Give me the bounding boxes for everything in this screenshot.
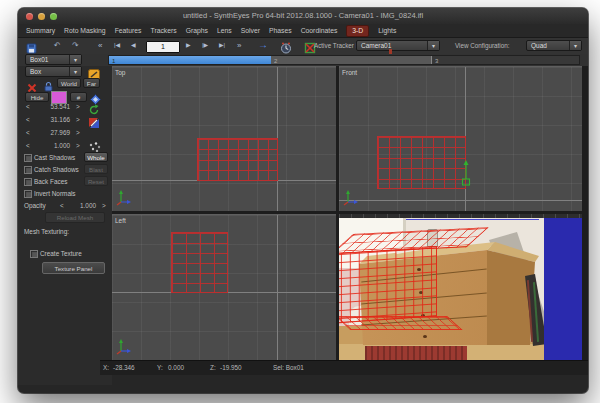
- chevron-down-icon: ▾: [69, 55, 81, 64]
- whole-button[interactable]: Whole: [84, 152, 108, 162]
- scale-tool-icon[interactable]: [88, 115, 100, 133]
- timeline-current-label: 3: [435, 57, 438, 65]
- drawer-knob: [423, 335, 427, 338]
- opacity-inc-arrow[interactable]: >: [102, 202, 106, 209]
- reload-mesh-button[interactable]: Reload Mesh: [45, 212, 105, 223]
- menu-item-3d[interactable]: 3-D: [346, 25, 369, 37]
- status-selection: Sel: Box01: [273, 364, 304, 371]
- go-arrow-icon[interactable]: →: [258, 39, 268, 50]
- chevron-down-icon: ▾: [569, 41, 581, 50]
- menu-item-summary[interactable]: Summary: [26, 27, 55, 34]
- view-configuration-label: View Configuration:: [455, 42, 510, 49]
- axis-tripod-icon: [342, 189, 358, 207]
- box01-wireframe-top[interactable]: [197, 138, 278, 181]
- origin-gizmo-icon[interactable]: [459, 159, 473, 187]
- timeline-playhead[interactable]: [431, 56, 432, 64]
- axis-tripod-icon: [115, 189, 131, 207]
- z-position-value[interactable]: 27.969: [40, 129, 70, 136]
- object-panel: Box ▾ World Far Hide # < 53.541 >: [18, 66, 112, 385]
- opacity-value[interactable]: 1.000: [70, 202, 96, 209]
- next-frame-button[interactable]: ▶: [186, 40, 191, 51]
- rewind-button[interactable]: «: [98, 40, 102, 51]
- main-toolbar: ↶ ↷ « |◀ ◀ ▶ |▶ ▶| » → Active Tracker Ho…: [18, 38, 588, 55]
- wireframe-overlay-front-face: [339, 246, 437, 323]
- menu-item-trackers[interactable]: Trackers: [150, 27, 176, 34]
- viewport-left[interactable]: Left: [112, 214, 336, 360]
- forward-button[interactable]: »: [237, 40, 241, 51]
- reset-button[interactable]: Reset: [84, 176, 108, 186]
- z-inc-arrow[interactable]: >: [76, 129, 80, 136]
- invert-normals-checkbox[interactable]: [24, 190, 32, 198]
- timeline-loaded-range: [271, 56, 431, 64]
- back-faces-checkbox[interactable]: [24, 178, 32, 186]
- view-configuration-select[interactable]: Quad ▾: [526, 40, 582, 51]
- timeline-end-label: 2: [274, 57, 277, 65]
- box01-wireframe-left[interactable]: [171, 232, 228, 293]
- y-dec-arrow[interactable]: <: [26, 116, 30, 123]
- redo-icon[interactable]: ↷: [72, 40, 79, 51]
- blast-button[interactable]: Blast: [84, 164, 108, 174]
- timeline-played-range: [109, 56, 271, 64]
- x-dec-arrow[interactable]: <: [26, 103, 30, 110]
- viewport-front[interactable]: Front: [339, 66, 582, 211]
- size-value[interactable]: 1.000: [40, 142, 70, 149]
- active-tracker-host-value: Camera01: [361, 42, 391, 49]
- object-type-select[interactable]: Box ▾: [25, 66, 82, 77]
- cast-shadows-label: Cast Shadows: [34, 154, 75, 161]
- far-button[interactable]: Far: [83, 78, 100, 88]
- create-texture-checkbox[interactable]: [30, 250, 38, 258]
- menu-item-solver[interactable]: Solver: [241, 27, 260, 34]
- menu-item-roto-masking[interactable]: Roto Masking: [64, 27, 106, 34]
- opacity-dec-arrow[interactable]: <: [60, 202, 64, 209]
- status-z-value: -19.950: [220, 364, 242, 371]
- status-bar: X: -28.346 Y: 0.000 Z: -19.950 Sel: Box0…: [100, 360, 588, 375]
- selected-object-value: Box01: [30, 56, 48, 63]
- next-keyframe-button[interactable]: |▶: [202, 40, 208, 51]
- back-faces-label: Back Faces: [34, 178, 67, 185]
- viewport-zone: Top Front Left: [112, 66, 588, 360]
- menu-item-features[interactable]: Features: [115, 27, 142, 34]
- wireframe-overlay-bottom-face: [339, 316, 463, 330]
- active-tracker-host-select[interactable]: Camera01 ▾: [356, 40, 440, 51]
- prev-frame-button[interactable]: ◀: [131, 40, 136, 51]
- catch-shadows-checkbox[interactable]: [24, 166, 32, 174]
- size-dec-arrow[interactable]: <: [26, 142, 30, 149]
- y-position-value[interactable]: 31.166: [40, 116, 70, 123]
- hash-button[interactable]: #: [70, 92, 87, 102]
- photo-rug: [365, 346, 467, 360]
- status-y-label: Y:: [157, 364, 163, 371]
- size-inc-arrow[interactable]: >: [76, 142, 80, 149]
- chevron-down-icon: ▾: [427, 41, 439, 50]
- timeline-remaining-range: [433, 56, 579, 64]
- world-axis-horizontal: [339, 200, 582, 201]
- x-inc-arrow[interactable]: >: [76, 103, 80, 110]
- menu-item-coordinates[interactable]: Coordinates: [301, 27, 338, 34]
- box01-wireframe-front[interactable]: [377, 136, 466, 189]
- status-y-value: 0.000: [168, 364, 184, 371]
- texture-panel-button[interactable]: Texture Panel: [42, 262, 105, 274]
- end-frame-button[interactable]: ▶|: [219, 40, 225, 51]
- cast-shadows-checkbox[interactable]: [24, 154, 32, 162]
- frame-number-field[interactable]: [146, 41, 180, 53]
- viewport-top[interactable]: Top: [112, 66, 336, 211]
- menubar: Summary Roto Masking Features Trackers G…: [18, 24, 588, 38]
- undo-icon[interactable]: ↶: [54, 40, 61, 51]
- camera-photo: [339, 218, 582, 360]
- app-window: untitled - SynthEyes Pro 64-bit 2012.08.…: [18, 8, 588, 393]
- status-z-label: Z:: [210, 364, 216, 371]
- menu-item-phases[interactable]: Phases: [269, 27, 292, 34]
- x-position-value[interactable]: 53.541: [40, 103, 70, 110]
- menu-item-lens[interactable]: Lens: [217, 27, 232, 34]
- hide-button[interactable]: Hide: [25, 92, 49, 102]
- object-select[interactable]: Box01 ▾: [25, 54, 82, 65]
- viewport-camera[interactable]: [339, 214, 582, 360]
- z-dec-arrow[interactable]: <: [26, 129, 30, 136]
- menu-item-graphs[interactable]: Graphs: [186, 27, 208, 34]
- titlebar[interactable]: untitled - SynthEyes Pro 64-bit 2012.08.…: [18, 8, 588, 25]
- menu-item-lights[interactable]: Lights: [378, 27, 396, 34]
- world-button[interactable]: World: [57, 78, 81, 88]
- timeline-track[interactable]: 1 2 3: [108, 55, 580, 65]
- prev-keyframe-button[interactable]: |◀: [114, 40, 120, 51]
- y-inc-arrow[interactable]: >: [76, 116, 80, 123]
- desktop: untitled - SynthEyes Pro 64-bit 2012.08.…: [0, 0, 600, 403]
